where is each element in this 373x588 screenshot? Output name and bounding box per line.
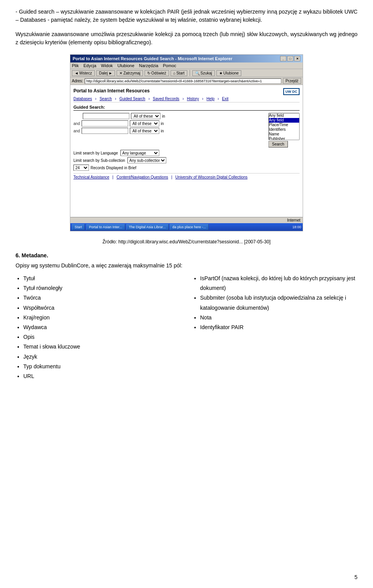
status-internet: Internet xyxy=(287,218,300,222)
menu-edit[interactable]: Edycja xyxy=(84,63,96,68)
intro-paragraph2: Wyszukiwanie zaawansowane umożliwia prze… xyxy=(16,30,357,47)
all-of-these-select-3[interactable]: All of these xyxy=(130,128,159,134)
taskbar-clock: 18:00 xyxy=(292,225,301,229)
limit-language-select[interactable]: Any language xyxy=(120,150,159,156)
field-select-column: Any field Any field Place/Time Identifie… xyxy=(268,113,300,147)
list-item: Wydawca xyxy=(23,323,181,332)
back-arrow-icon: ◄ xyxy=(75,71,78,75)
all-of-these-select-1[interactable]: All of these xyxy=(131,113,160,119)
forward-arrow-icon: ► xyxy=(108,71,112,75)
page-number: 5 xyxy=(354,574,357,580)
all-of-these-select-2[interactable]: All of these xyxy=(130,120,159,127)
nav-saved-records[interactable]: Saved Records xyxy=(153,97,179,101)
home-button[interactable]: ⌂ Start xyxy=(171,70,187,76)
limit-language-label: Limit search by Language xyxy=(73,151,118,155)
limit-section: Limit search by Language Any language Li… xyxy=(73,150,300,163)
guided-search-label: Guided Search: xyxy=(73,105,300,111)
taskbar-items: Portal to Asian Inter... The Digital Asi… xyxy=(86,224,291,230)
go-button[interactable]: Przejdź xyxy=(283,78,301,84)
search-input-2[interactable] xyxy=(82,120,128,127)
nav-history[interactable]: History xyxy=(187,97,199,101)
records-label: Records Displayed in Brief xyxy=(91,166,136,170)
window-controls: _ □ ✕ xyxy=(280,56,300,61)
source-citation: Źródło: http://digicoll.library.wisc.edu… xyxy=(16,239,357,245)
nav-exit[interactable]: Exit xyxy=(222,97,228,101)
search-input-3[interactable] xyxy=(82,128,128,134)
list-item: Twórca xyxy=(23,293,181,303)
footer-links: Technical Assistance | Content/Navigatio… xyxy=(73,173,300,179)
search-row-2: and All of these in xyxy=(73,120,266,127)
menu-favorites[interactable]: Ulubione xyxy=(117,63,134,68)
refresh-icon: ↻ xyxy=(147,71,150,75)
field-select-list[interactable]: Any field Any field Place/Time Identifie… xyxy=(268,113,300,140)
limit-subcoll-select[interactable]: Any sub-collection xyxy=(127,157,166,163)
menu-file[interactable]: Plik xyxy=(72,63,79,68)
list-item: IsPartOf (nazwa kolekcji, do której lub … xyxy=(200,274,357,293)
menu-bar: Plik Edycja Widok Ulubione Narzędzia Pom… xyxy=(70,62,303,69)
list-item: Opis xyxy=(23,332,181,342)
pair-nav: Databases › Search › Guided Search › Sav… xyxy=(73,97,300,102)
limit-subcoll-row: Limit search by Sub-collection Any sub-c… xyxy=(73,157,300,163)
address-label: Adres: xyxy=(72,79,83,83)
pair-logo: UW DC xyxy=(283,88,300,95)
list-item: URL xyxy=(23,371,181,381)
minimize-button[interactable]: _ xyxy=(280,56,286,61)
left-list: Tytuł Tytuł równoległy Twórca Współtwórc… xyxy=(16,274,181,381)
refresh-button[interactable]: ↻ Odśwież xyxy=(145,70,169,76)
address-input[interactable]: http://digicoll.library.wisc.edu/WebZ/cu… xyxy=(85,78,281,84)
left-column: Tytuł Tytuł równoległy Twórca Współtwórc… xyxy=(16,274,181,381)
taskbar-item-3[interactable]: da plus place here -... xyxy=(170,224,209,230)
nav-guided-search[interactable]: Guided Search xyxy=(119,97,145,101)
list-item: Identyfikator PAIR xyxy=(200,323,357,332)
nav-help[interactable]: Help xyxy=(206,97,214,101)
search-toolbar-button[interactable]: 🔍 Szukaj xyxy=(192,70,215,76)
footer-link-content[interactable]: Content/Navigation Questions xyxy=(117,175,168,179)
back-button[interactable]: ◄ Wstecz xyxy=(72,70,95,76)
taskbar-item-2[interactable]: The Digital Asia Librar... xyxy=(126,224,169,230)
right-list: IsPartOf (nazwa kolekcji, do której lub … xyxy=(192,274,357,332)
address-bar: Adres: http://digicoll.library.wisc.edu/… xyxy=(70,77,303,85)
intro-paragraph1: - Guided search – wyszukiwanie zaawansow… xyxy=(16,8,357,24)
list-item: Tytuł równoległy xyxy=(23,283,181,293)
menu-tools[interactable]: Narzędzia xyxy=(139,63,159,68)
browser-toolbar: ◄ Wstecz Dalej ► ✕ Zatrzymaj ↻ Odśwież ⌂… xyxy=(70,69,303,77)
search-form: All of these in and All of these in and xyxy=(73,113,300,147)
list-item: Współtwórca xyxy=(23,303,181,313)
list-item: Nota xyxy=(200,313,357,323)
toolbar-separator xyxy=(190,70,190,76)
and-label-3: and xyxy=(73,129,80,133)
nav-search[interactable]: Search xyxy=(99,97,112,101)
list-item: Temat i słowa kluczowe xyxy=(23,342,181,352)
close-button[interactable]: ✕ xyxy=(294,56,300,61)
maximize-button[interactable]: □ xyxy=(287,56,293,61)
stop-button[interactable]: ✕ Zatrzymaj xyxy=(117,70,143,76)
nav-databases[interactable]: Databases xyxy=(73,97,92,101)
limit-subcoll-label: Limit search by Sub-collection xyxy=(73,158,125,163)
screenshot-container: Portal to Asian Internet Resources Guide… xyxy=(70,54,303,231)
footer-link-technical[interactable]: Technical Assistance xyxy=(73,175,109,179)
search-button[interactable]: Search xyxy=(268,141,288,147)
start-button[interactable]: Start xyxy=(72,224,85,230)
star-icon: ★ xyxy=(219,71,223,75)
records-count-select[interactable]: 24 xyxy=(73,165,89,171)
list-item: Kraj/region xyxy=(23,313,181,323)
records-row: 24 Records Displayed in Brief xyxy=(73,165,300,171)
home-icon: ⌂ xyxy=(173,71,176,75)
menu-view[interactable]: Widok xyxy=(101,63,113,68)
stop-icon: ✕ xyxy=(119,71,122,75)
taskbar-item-1[interactable]: Portal to Asian Inter... xyxy=(86,224,125,230)
section-6: 6. Metadane. Opisy wg systemu DublinCore… xyxy=(16,252,357,381)
footer-link-uwdc[interactable]: University of Wisconsin Digital Collecti… xyxy=(175,175,248,179)
list-item: Typ dokumentu xyxy=(23,362,181,371)
search-input-1[interactable] xyxy=(83,113,129,119)
list-item: Subbmiter (osoba lub instytucja odpowied… xyxy=(200,293,357,312)
favorites-button[interactable]: ★ Ulubione xyxy=(216,70,241,76)
taskbar: Start Portal to Asian Inter... The Digit… xyxy=(70,223,303,231)
forward-button[interactable]: Dalej ► xyxy=(96,70,115,76)
status-bar: Internet xyxy=(70,217,303,223)
and-label-2: and xyxy=(73,121,80,126)
browser-content: Portal to Asian Internet Resources UW DC… xyxy=(70,85,303,217)
right-column: IsPartOf (nazwa kolekcji, do której lub … xyxy=(192,274,357,381)
menu-help[interactable]: Pomoc xyxy=(163,63,176,68)
pair-header: Portal to Asian Internet Resources UW DC xyxy=(73,88,300,95)
